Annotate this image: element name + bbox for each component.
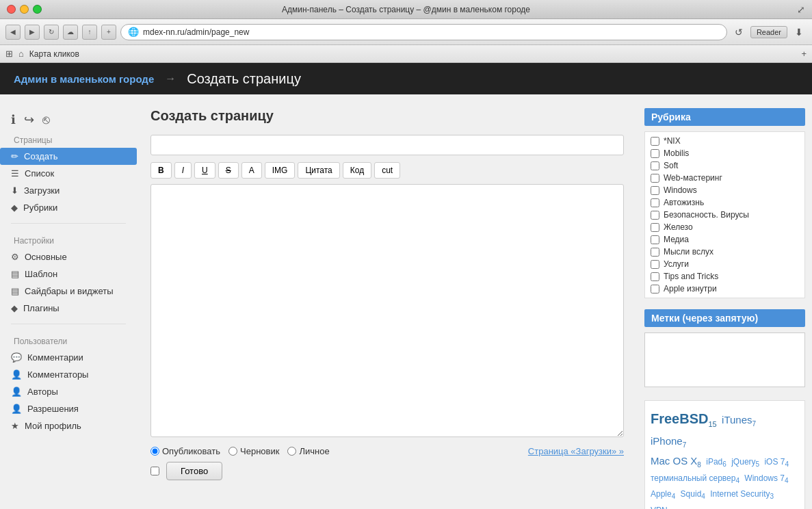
bookmark-item[interactable]: Карта кликов <box>29 49 79 59</box>
rubric-soft-checkbox[interactable] <box>651 161 659 170</box>
sidebar-item-plugins[interactable]: ◆ Плагины <box>0 300 137 317</box>
rubric-nix-checkbox[interactable] <box>651 137 659 146</box>
rubric-thoughts[interactable]: Мысли вслух <box>648 246 802 258</box>
tag-squid[interactable]: Squid4 <box>681 489 705 499</box>
submit-button[interactable]: Готово <box>166 462 222 480</box>
rubric-apple-checkbox[interactable] <box>651 285 659 293</box>
tag-iphone[interactable]: iPhone7 <box>651 435 686 447</box>
tags-textarea[interactable] <box>644 332 805 387</box>
rubric-nix[interactable]: *NIX <box>648 135 802 147</box>
tag-internet-security[interactable]: Internet Security3 <box>710 489 774 499</box>
rubric-security[interactable]: Безопасность. Вирусы <box>648 209 802 221</box>
tag-ios7[interactable]: iOS 74 <box>764 457 789 467</box>
tag-apple[interactable]: Apple4 <box>651 489 675 499</box>
quote-button[interactable]: Цитата <box>298 162 339 179</box>
underline-button[interactable]: U <box>194 162 215 179</box>
info-icon[interactable]: ℹ <box>11 112 16 127</box>
sidebar-item-sidebars[interactable]: ▤ Сайдбары и виджеты <box>0 283 137 300</box>
tag-win7[interactable]: Windows 74 <box>744 473 788 483</box>
back-button[interactable]: ◀ <box>5 25 21 40</box>
sidebar-label-create: Создать <box>24 151 57 161</box>
sidebar-item-profile[interactable]: ★ Мой профиль <box>0 417 137 434</box>
share-button[interactable]: ↑ <box>82 25 97 40</box>
anchor-button[interactable]: A <box>241 162 262 179</box>
rubric-thoughts-checkbox[interactable] <box>651 248 659 257</box>
list-icon: ☰ <box>11 168 19 179</box>
tag-freebsd[interactable]: FreeBSD15 <box>651 411 717 426</box>
logout-icon[interactable]: ⎋ <box>42 113 50 127</box>
italic-button[interactable]: I <box>174 162 192 179</box>
rubric-services[interactable]: Услуги <box>648 258 802 270</box>
reload-button[interactable]: ↻ <box>44 25 59 40</box>
rubric-media-checkbox[interactable] <box>651 235 659 244</box>
rubric-services-checkbox[interactable] <box>651 260 659 269</box>
confirm-checkbox[interactable] <box>150 467 159 475</box>
rubric-life-checkbox[interactable] <box>651 198 659 207</box>
site-name[interactable]: Админ в маленьком городе <box>14 73 154 85</box>
sidebar-item-create[interactable]: ✏ Создать <box>0 148 137 165</box>
tag-itunes[interactable]: iTunes7 <box>722 414 756 426</box>
strikethrough-button[interactable]: S <box>218 162 239 179</box>
rubric-windows[interactable]: Windows <box>648 184 802 196</box>
title-input[interactable] <box>150 135 624 155</box>
page-link[interactable]: Страница «Загрузки» » <box>528 446 624 456</box>
close-btn[interactable] <box>7 5 16 14</box>
sidebar-item-commentators[interactable]: 👤 Комментаторы <box>0 366 137 383</box>
sidebar-item-comments[interactable]: 💬 Комментарии <box>0 349 137 366</box>
rubric-apple[interactable]: Apple изнутри <box>648 283 802 295</box>
rubric-iron[interactable]: Железо <box>648 221 802 233</box>
add-tab-button[interactable]: + <box>101 25 116 40</box>
tag-terminal[interactable]: терминальный сервер4 <box>651 473 739 483</box>
publish-option[interactable]: Опубликовать <box>150 446 220 456</box>
rubric-tips[interactable]: Tips and Tricks <box>648 270 802 283</box>
rubric-soft[interactable]: Soft <box>648 159 802 172</box>
content-textarea[interactable] <box>150 184 624 437</box>
rubric-webmastering-checkbox[interactable] <box>651 174 659 183</box>
tag-jquery[interactable]: jQuery5 <box>731 457 759 467</box>
reader-button[interactable]: Reader <box>750 26 787 38</box>
private-radio[interactable] <box>287 447 296 456</box>
forward-button[interactable]: ▶ <box>25 25 40 40</box>
sidebar-item-template[interactable]: ▤ Шаблон <box>0 265 137 283</box>
forward-nav-icon[interactable]: ↪ <box>24 112 34 127</box>
sidebar-label-plugins: Плагины <box>23 303 60 313</box>
tag-macosx[interactable]: Mac OS X8 <box>651 455 701 467</box>
sidebar-item-basic[interactable]: ⚙ Основные <box>0 248 137 265</box>
sidebar-item-authors[interactable]: 👤 Авторы <box>0 383 137 400</box>
cloud-button[interactable]: ☁ <box>63 25 78 40</box>
minimize-btn[interactable] <box>20 5 29 14</box>
rubric-iron-checkbox[interactable] <box>651 223 659 232</box>
tag-vpn[interactable]: VPN3 <box>651 506 671 509</box>
comments-icon: 💬 <box>11 352 22 363</box>
add-bookmark-icon[interactable]: + <box>801 49 807 59</box>
rubric-windows-checkbox[interactable] <box>651 186 659 195</box>
sidebar-item-list[interactable]: ☰ Список <box>0 165 137 182</box>
bold-button[interactable]: B <box>150 162 172 179</box>
download-icon[interactable]: ⬇ <box>791 25 807 40</box>
rubric-media[interactable]: Медиа <box>648 233 802 246</box>
sidebar-item-downloads[interactable]: ⬇ Загрузки <box>0 182 137 199</box>
tag-cloud: FreeBSD15 iTunes7 iPhone7 Mac OS X8 iPad… <box>644 400 805 509</box>
rubric-tips-checkbox[interactable] <box>651 272 659 281</box>
rubric-webmastering[interactable]: Web-мастеринг <box>648 172 802 184</box>
sidebar-item-rubrics[interactable]: ◆ Рубрики <box>0 199 137 216</box>
rubric-security-checkbox[interactable] <box>651 211 659 220</box>
rubric-mobilis[interactable]: Mobilis <box>648 147 802 159</box>
maximize-btn[interactable] <box>33 5 42 14</box>
code-button[interactable]: Код <box>343 162 371 179</box>
cut-button[interactable]: cut <box>374 162 400 179</box>
nav-arrow: → <box>165 73 176 85</box>
url-bar[interactable]: 🌐 mdex-nn.ru/admin/page_new <box>120 24 727 40</box>
rubric-life[interactable]: Автожизнь <box>648 196 802 209</box>
tag-ipad[interactable]: iPad6 <box>706 457 726 467</box>
draft-radio[interactable] <box>228 447 237 456</box>
img-button[interactable]: IMG <box>265 162 296 179</box>
browser-toolbar: ◀ ▶ ↻ ☁ ↑ + 🌐 mdex-nn.ru/admin/page_new … <box>0 19 812 45</box>
private-option[interactable]: Личное <box>287 446 329 456</box>
rubric-mobilis-checkbox[interactable] <box>651 149 659 158</box>
sidebar-item-permissions[interactable]: 👤 Разрешения <box>0 400 137 417</box>
template-icon: ▤ <box>11 269 19 279</box>
publish-radio[interactable] <box>150 447 159 456</box>
draft-option[interactable]: Черновик <box>228 446 279 456</box>
refresh-icon[interactable]: ↺ <box>731 25 746 40</box>
